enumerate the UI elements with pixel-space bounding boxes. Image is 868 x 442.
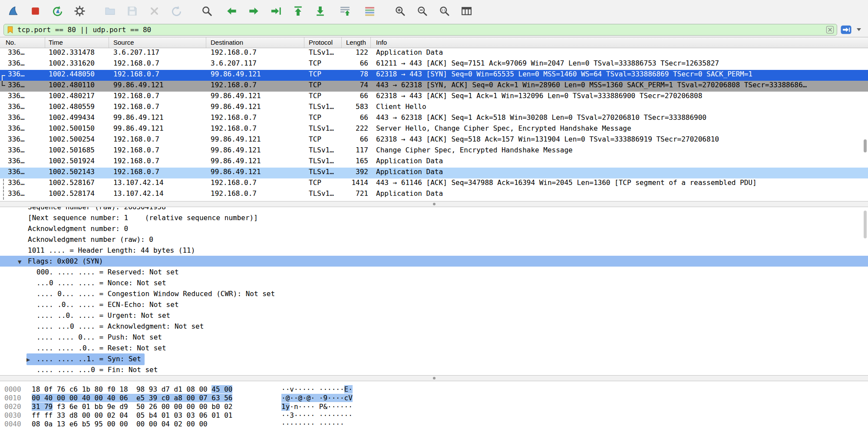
related-packet-mark (2, 81, 5, 86)
cell-protocol: TLSv1… (304, 157, 342, 168)
packet-row[interactable]: 336…1002.480559192.168.0.799.86.49.121TL… (0, 102, 868, 113)
save-file-button[interactable] (125, 4, 139, 19)
detail-row[interactable]: ...0 .... .... = Nonce: Not set (0, 277, 868, 288)
auto-scroll-button[interactable] (337, 4, 352, 19)
detail-row[interactable]: .... ...0 .... = Acknowledgment: Not set (0, 321, 868, 332)
hex-row[interactable]: 000018 0f 76 c6 1b 80 f0 18 98 93 d7 d1 … (0, 385, 868, 394)
detail-row[interactable]: ▶.... .... ..1. = Syn: Set (0, 353, 868, 364)
cell-protocol: TLSv1… (304, 102, 342, 113)
display-filter-input[interactable]: tcp.port == 80 || udp.port == 80 (3, 24, 837, 36)
start-capture-button[interactable] (6, 4, 20, 19)
cell-no: 336… (0, 124, 45, 135)
go-forward-button[interactable] (246, 4, 261, 19)
go-back-button[interactable] (224, 4, 239, 19)
filter-bookmark-icon[interactable] (6, 26, 14, 34)
go-to-packet-button[interactable] (268, 4, 283, 19)
pane-splitter-top[interactable] (0, 201, 868, 207)
go-last-button[interactable] (313, 4, 327, 19)
packet-row[interactable]: 336…1002.500254192.168.0.799.86.49.121TC… (0, 135, 868, 146)
expander-collapsed-icon[interactable]: ▶ (26, 354, 36, 365)
packet-row[interactable]: 336…1002.49943499.86.49.121192.168.0.7TC… (0, 113, 868, 124)
detail-text: 000. .... .... = Reserved: Not set (36, 268, 179, 276)
reload-file-button[interactable] (169, 4, 184, 19)
packet-row[interactable]: 336…1002.3314783.6.207.117192.168.0.7TLS… (0, 48, 868, 59)
detail-row[interactable]: .... .... ...0 = Fin: Not set (0, 364, 868, 375)
cell-info: 62318 → 443 [ACK] Seq=518 Ack=157 Win=13… (371, 135, 868, 146)
hex-row[interactable]: 001000 40 00 00 40 00 40 06 e5 39 c0 a8 … (0, 394, 868, 402)
close-file-button[interactable] (147, 4, 162, 19)
column-header-source[interactable]: Source (109, 37, 206, 48)
packet-row[interactable]: 336…1002.480217192.168.0.799.86.49.121TC… (0, 92, 868, 102)
colorize-button[interactable] (362, 4, 377, 19)
cell-info: Application Data (371, 189, 868, 200)
zoom-reset-button[interactable]: 1:1 (437, 4, 452, 19)
filter-clear-icon[interactable] (826, 26, 834, 34)
packet-row[interactable]: 336…1002.448050192.168.0.799.86.49.121TC… (0, 70, 868, 81)
open-file-button[interactable] (102, 4, 117, 19)
cell-length: 66 (342, 135, 371, 146)
detail-row[interactable]: ▼Flags: 0x002 (SYN) (0, 256, 868, 267)
reload-icon (171, 5, 182, 17)
column-header-destination[interactable]: Destination (206, 37, 304, 48)
detail-row[interactable]: 1011 .... = Header Length: 44 bytes (11) (0, 245, 868, 256)
column-header-time[interactable]: Time (45, 37, 109, 48)
folder-icon (104, 5, 116, 17)
expander-open-icon[interactable]: ▼ (18, 257, 28, 267)
zoom-out-button[interactable] (415, 4, 429, 19)
cell-no: 336… (0, 102, 45, 113)
cell-source: 13.107.42.14 (109, 178, 206, 189)
cell-length: 66 (342, 92, 371, 102)
detail-row[interactable]: Acknowledgment number (raw): 0 (0, 234, 868, 245)
packet-row[interactable]: 336…1002.52816713.107.42.14192.168.0.7TC… (0, 178, 868, 189)
resize-columns-button[interactable] (459, 4, 474, 19)
find-packet-button[interactable] (199, 4, 214, 19)
detail-row[interactable]: .... .... .0.. = Reset: Not set (0, 343, 868, 353)
detail-row[interactable]: .... .0.. .... = ECN-Echo: Not set (0, 299, 868, 310)
hex-row[interactable]: 004008 0a 13 e6 b5 95 00 00 00 00 04 02 … (0, 420, 868, 429)
pane-splitter-bottom[interactable] (0, 375, 868, 381)
cell-destination: 99.86.49.121 (206, 102, 304, 113)
detail-text: .... .0.. .... = ECN-Echo: Not set (36, 300, 179, 309)
column-header-length[interactable]: Length (342, 37, 371, 48)
column-header-protocol[interactable]: Protocol (304, 37, 342, 48)
hex-offset: 0020 (0, 402, 27, 411)
packet-row[interactable]: 336…1002.331620192.168.0.73.6.207.117TCP… (0, 59, 868, 70)
display-filter-value[interactable]: tcp.port == 80 || udp.port == 80 (17, 26, 823, 34)
cell-no: 336… (0, 48, 45, 59)
filter-apply-icon[interactable] (841, 25, 851, 34)
detail-row[interactable]: Sequence number (raw): 2665041958 (0, 207, 868, 212)
capture-options-button[interactable] (72, 4, 87, 19)
filter-dropdown-chevron[interactable] (855, 24, 863, 35)
detail-row[interactable]: [Next sequence number: 1 (relative seque… (0, 212, 868, 223)
detail-text: .... ...0 .... = Acknowledgment: Not set (36, 322, 204, 330)
detail-row[interactable]: .... .... 0... = Push: Not set (0, 332, 868, 343)
restart-capture-button[interactable] (50, 4, 65, 19)
details-scrollbar[interactable] (864, 211, 867, 238)
cell-length: 117 (342, 146, 371, 157)
packet-row[interactable]: 336…1002.501685192.168.0.799.86.49.121TL… (0, 146, 868, 157)
cell-info: Application Data (371, 48, 868, 59)
hex-ascii: ··v····· ······E· (281, 385, 353, 394)
resize-columns-icon (461, 5, 472, 17)
hex-offset: 0010 (0, 394, 27, 402)
column-header-info[interactable]: Info (371, 37, 868, 48)
cell-destination: 192.168.0.7 (206, 113, 304, 124)
go-first-button[interactable] (290, 4, 305, 19)
arrow-down-bar-icon (314, 5, 326, 17)
packet-row[interactable]: 336…1002.502143192.168.0.799.86.49.121TL… (0, 168, 868, 178)
hex-row[interactable]: 0030ff ff 33 d8 00 00 02 04 05 b4 01 03 … (0, 411, 868, 420)
cell-length: 66 (342, 113, 371, 124)
hex-row[interactable]: 002031 79 f3 6e 01 bb 9e d9 50 26 00 00 … (0, 402, 868, 411)
packet-row[interactable]: 336…1002.50015099.86.49.121192.168.0.7TL… (0, 124, 868, 135)
stop-capture-button[interactable] (28, 4, 43, 19)
detail-row[interactable]: .... 0... .... = Congestion Window Reduc… (0, 288, 868, 299)
packet-row[interactable]: 336…1002.501924192.168.0.799.86.49.121TL… (0, 157, 868, 168)
column-header-no[interactable]: No. (0, 37, 45, 48)
cell-length: 721 (342, 189, 371, 200)
detail-row[interactable]: Acknowledgment number: 0 (0, 223, 868, 234)
detail-row[interactable]: .... ..0. .... = Urgent: Not set (0, 310, 868, 321)
detail-row[interactable]: 000. .... .... = Reserved: Not set (0, 267, 868, 277)
packet-row[interactable]: 336…1002.52817413.107.42.14192.168.0.7TL… (0, 189, 868, 200)
packet-row[interactable]: 336…1002.48011099.86.49.121192.168.0.7TC… (0, 81, 868, 92)
zoom-in-button[interactable] (393, 4, 407, 19)
